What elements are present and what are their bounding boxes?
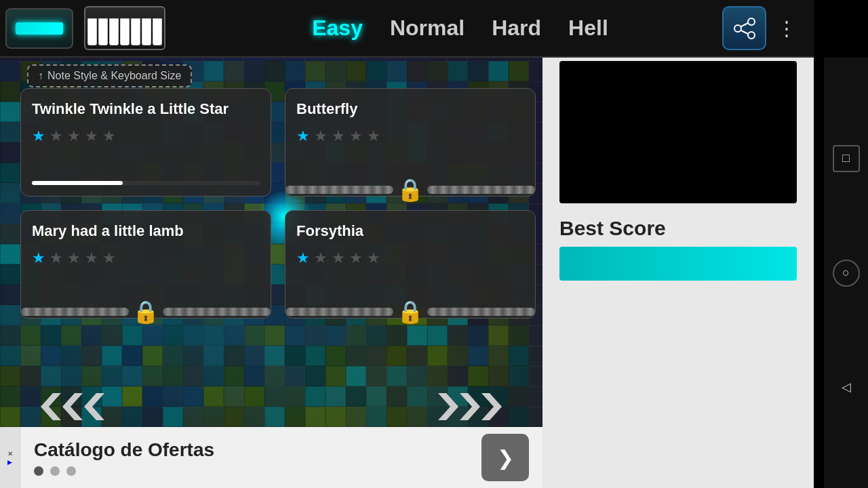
- circle-button[interactable]: ○: [833, 260, 860, 287]
- star-icon: ★: [367, 127, 380, 145]
- close-icon: ✕: [7, 450, 13, 458]
- song-title: Butterfly: [296, 100, 524, 119]
- svg-line-4: [741, 30, 748, 34]
- star-icon: ★: [85, 127, 98, 145]
- more-options-button[interactable]: ⋮: [773, 13, 800, 43]
- ad-next-button[interactable]: ❯: [481, 434, 529, 481]
- chain-right: [163, 308, 271, 316]
- progress-bar: [32, 181, 260, 185]
- piano-key-white: [98, 18, 108, 45]
- ad-title: Catálogo de Ofertas: [34, 439, 468, 461]
- ad-icon: ▶: [7, 459, 12, 466]
- chain-lock: 🔒: [285, 177, 535, 203]
- ad-content: Catálogo de Ofertas: [20, 432, 481, 483]
- lock-icon: 🔒: [397, 177, 424, 203]
- best-score-area: Best Score: [559, 210, 797, 281]
- next-page-button[interactable]: [438, 393, 502, 420]
- star-icon: ★: [314, 249, 328, 267]
- song-stars: ★★★★★: [296, 249, 524, 267]
- square-button[interactable]: □: [833, 145, 860, 172]
- star-icon: ★: [296, 127, 310, 145]
- note-style-label: Note Style & Keyboard Size: [47, 70, 181, 82]
- star-icon: ★: [50, 127, 63, 145]
- piano-key-white: [109, 18, 119, 45]
- piano-key-white: [120, 18, 130, 45]
- star-icon: ★: [32, 249, 45, 267]
- chevron-right-icon-1: [438, 393, 458, 420]
- star-icon: ★: [102, 127, 116, 145]
- song-title: Forsythia: [296, 222, 524, 241]
- ad-close-button[interactable]: ✕ ▶: [0, 427, 20, 488]
- song-stars: ★★★★★: [32, 249, 260, 267]
- piano-keys-graphic: [87, 12, 162, 45]
- ad-dot-2: [50, 466, 60, 476]
- ad-banner: ✕ ▶ Catálogo de Ofertas ❯: [0, 427, 542, 488]
- top-bar-right-controls: ⋮: [722, 6, 800, 50]
- chevron-left-icon-1: [41, 393, 61, 420]
- song-card-forsythia[interactable]: Forsythia★★★★★ 🔒: [285, 210, 536, 319]
- song-stars: ★★★★★: [32, 127, 260, 145]
- video-preview[interactable]: [559, 61, 797, 203]
- chevron-right-icon-3: [481, 393, 502, 420]
- star-icon: ★: [314, 127, 328, 145]
- star-icon: ★: [85, 249, 98, 267]
- star-icon: ★: [50, 249, 63, 267]
- lock-overlay: 🔒: [21, 299, 271, 325]
- note-style-button[interactable]: ↑ Note Style & Keyboard Size: [27, 64, 192, 87]
- tab-easy[interactable]: Easy: [302, 12, 373, 44]
- tab-hard[interactable]: Hard: [481, 12, 551, 44]
- chain-right: [427, 186, 535, 194]
- lock-overlay: 🔒: [285, 177, 535, 203]
- chain-lock: 🔒: [285, 299, 535, 325]
- song-title: Twinkle Twinkle a Little Star: [32, 100, 260, 119]
- star-icon: ★: [349, 127, 363, 145]
- star-icon: ★: [332, 249, 345, 267]
- ad-dot-3: [66, 466, 76, 476]
- svg-line-3: [741, 23, 748, 26]
- star-icon: ★: [296, 249, 310, 267]
- chevron-left-icon-3: [84, 393, 104, 420]
- difficulty-tabs: Easy Normal Hard Hell: [198, 12, 722, 44]
- svg-point-0: [748, 18, 755, 25]
- star-icon: ★: [332, 127, 345, 145]
- star-icon: ★: [67, 127, 81, 145]
- lock-icon: 🔒: [132, 299, 159, 325]
- best-score-label: Best Score: [559, 210, 797, 247]
- back-button[interactable]: ◁: [833, 373, 860, 401]
- chain-left: [285, 186, 393, 194]
- system-navigation: □ ○ ◁: [824, 58, 868, 488]
- song-title: Mary had a little lamb: [32, 222, 260, 241]
- arrow-up-icon: ↑: [38, 70, 43, 82]
- tab-normal[interactable]: Normal: [380, 12, 475, 44]
- navigation-arrows: [0, 393, 542, 420]
- piano-key-white: [131, 18, 140, 45]
- star-icon: ★: [32, 127, 45, 145]
- piano-key-white: [142, 18, 151, 45]
- share-icon: [732, 16, 757, 41]
- song-card-butterfly[interactable]: Butterfly★★★★★ 🔒: [285, 88, 536, 197]
- piano-key-white: [153, 18, 162, 45]
- auto-play-button[interactable]: [5, 8, 73, 49]
- star-icon: ★: [349, 249, 363, 267]
- svg-point-1: [734, 25, 741, 32]
- tab-hell[interactable]: Hell: [558, 12, 618, 44]
- chain-left: [21, 308, 129, 316]
- piano-mode-button[interactable]: [84, 6, 165, 50]
- prev-page-button[interactable]: [41, 393, 104, 420]
- chain-right: [427, 308, 535, 316]
- lock-icon: 🔒: [397, 299, 424, 325]
- song-stars: ★★★★★: [296, 127, 524, 145]
- songs-grid: Twinkle Twinkle a Little Star★★★★★Butter…: [20, 88, 536, 319]
- top-navigation-bar: Easy Normal Hard Hell ⋮: [0, 0, 814, 58]
- chain-lock: 🔒: [21, 299, 271, 325]
- green-bar-indicator: [16, 22, 63, 35]
- star-icon: ★: [367, 249, 380, 267]
- svg-point-2: [748, 32, 755, 39]
- star-icon: ★: [67, 249, 81, 267]
- piano-key-white: [87, 18, 97, 45]
- lock-overlay: 🔒: [285, 299, 535, 325]
- ad-pagination-dots: [34, 466, 468, 476]
- song-card-twinkle[interactable]: Twinkle Twinkle a Little Star★★★★★: [20, 88, 271, 197]
- share-button[interactable]: [722, 6, 766, 50]
- song-card-mary[interactable]: Mary had a little lamb★★★★★ 🔒: [20, 210, 271, 319]
